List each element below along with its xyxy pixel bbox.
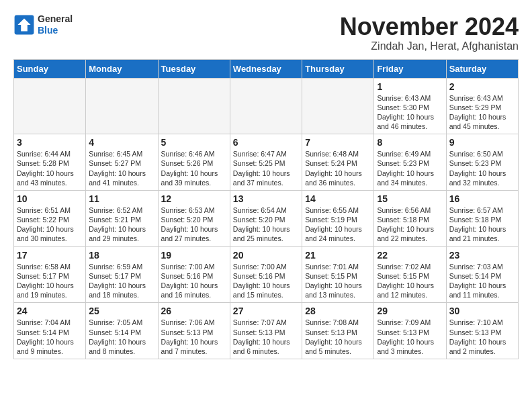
- calendar-cell: 17Sunrise: 6:58 AM Sunset: 5:17 PM Dayli…: [14, 246, 86, 303]
- cell-info: Sunrise: 6:59 AM Sunset: 5:17 PM Dayligh…: [89, 262, 154, 300]
- calendar-cell: 3Sunrise: 6:44 AM Sunset: 5:28 PM Daylig…: [14, 134, 86, 191]
- calendar-cell: 20Sunrise: 7:00 AM Sunset: 5:16 PM Dayli…: [230, 246, 302, 303]
- day-number: 8: [377, 137, 443, 148]
- title-area: November 2024 Zindah Jan, Herat, Afghani…: [340, 13, 519, 52]
- day-number: 11: [89, 193, 154, 204]
- calendar-cell: 25Sunrise: 7:05 AM Sunset: 5:14 PM Dayli…: [86, 303, 158, 359]
- day-number: 23: [449, 250, 515, 261]
- calendar-cell: [302, 78, 374, 134]
- cell-info: Sunrise: 7:05 AM Sunset: 5:14 PM Dayligh…: [89, 318, 154, 356]
- logo-general: General: [38, 13, 73, 24]
- day-number: 26: [161, 306, 227, 316]
- calendar-cell: 29Sunrise: 7:09 AM Sunset: 5:13 PM Dayli…: [374, 303, 446, 359]
- header-monday: Monday: [86, 59, 158, 78]
- cell-info: Sunrise: 6:58 AM Sunset: 5:17 PM Dayligh…: [17, 262, 83, 300]
- cell-info: Sunrise: 7:10 AM Sunset: 5:13 PM Dayligh…: [449, 318, 515, 356]
- day-number: 15: [377, 193, 443, 204]
- calendar-cell: 30Sunrise: 7:10 AM Sunset: 5:13 PM Dayli…: [446, 303, 518, 359]
- week-row-4: 17Sunrise: 6:58 AM Sunset: 5:17 PM Dayli…: [14, 246, 519, 303]
- cell-info: Sunrise: 6:54 AM Sunset: 5:20 PM Dayligh…: [233, 205, 299, 244]
- calendar-cell: 26Sunrise: 7:06 AM Sunset: 5:13 PM Dayli…: [158, 303, 230, 359]
- day-number: 24: [17, 306, 83, 316]
- cell-info: Sunrise: 6:45 AM Sunset: 5:27 PM Dayligh…: [89, 149, 154, 187]
- cell-info: Sunrise: 6:47 AM Sunset: 5:25 PM Dayligh…: [233, 149, 299, 187]
- day-number: 14: [305, 193, 371, 204]
- calendar-cell: 16Sunrise: 6:57 AM Sunset: 5:18 PM Dayli…: [446, 190, 518, 246]
- day-number: 22: [377, 250, 443, 261]
- cell-info: Sunrise: 6:57 AM Sunset: 5:18 PM Dayligh…: [449, 205, 515, 244]
- calendar-cell: 12Sunrise: 6:53 AM Sunset: 5:20 PM Dayli…: [158, 190, 230, 246]
- calendar-cell: 15Sunrise: 6:56 AM Sunset: 5:18 PM Dayli…: [374, 190, 446, 246]
- cell-info: Sunrise: 6:49 AM Sunset: 5:23 PM Dayligh…: [377, 149, 443, 187]
- cell-info: Sunrise: 6:55 AM Sunset: 5:19 PM Dayligh…: [305, 205, 371, 244]
- cell-info: Sunrise: 7:07 AM Sunset: 5:13 PM Dayligh…: [233, 318, 299, 356]
- cell-info: Sunrise: 7:03 AM Sunset: 5:14 PM Dayligh…: [449, 262, 515, 300]
- calendar-cell: 19Sunrise: 7:00 AM Sunset: 5:16 PM Dayli…: [158, 246, 230, 303]
- day-number: 4: [89, 137, 154, 148]
- day-number: 19: [161, 250, 227, 261]
- day-number: 18: [89, 250, 154, 261]
- logo-blue: Blue: [38, 25, 58, 36]
- cell-info: Sunrise: 7:06 AM Sunset: 5:13 PM Dayligh…: [161, 318, 227, 356]
- cell-info: Sunrise: 6:52 AM Sunset: 5:21 PM Dayligh…: [89, 205, 154, 244]
- cell-info: Sunrise: 6:50 AM Sunset: 5:23 PM Dayligh…: [449, 149, 515, 187]
- calendar-cell: 23Sunrise: 7:03 AM Sunset: 5:14 PM Dayli…: [446, 246, 518, 303]
- header-wednesday: Wednesday: [230, 59, 302, 78]
- calendar-cell: 27Sunrise: 7:07 AM Sunset: 5:13 PM Dayli…: [230, 303, 302, 359]
- day-number: 9: [449, 137, 515, 148]
- cell-info: Sunrise: 7:09 AM Sunset: 5:13 PM Dayligh…: [377, 318, 443, 356]
- cell-info: Sunrise: 6:46 AM Sunset: 5:26 PM Dayligh…: [161, 149, 227, 187]
- calendar-table: SundayMondayTuesdayWednesdayThursdayFrid…: [13, 59, 519, 359]
- calendar-cell: 4Sunrise: 6:45 AM Sunset: 5:27 PM Daylig…: [86, 134, 158, 191]
- header-friday: Friday: [374, 59, 446, 78]
- calendar-cell: 5Sunrise: 6:46 AM Sunset: 5:26 PM Daylig…: [158, 134, 230, 191]
- week-row-3: 10Sunrise: 6:51 AM Sunset: 5:22 PM Dayli…: [14, 190, 519, 246]
- calendar-cell: [158, 78, 230, 134]
- calendar-cell: 22Sunrise: 7:02 AM Sunset: 5:15 PM Dayli…: [374, 246, 446, 303]
- day-number: 12: [161, 193, 227, 204]
- header-row: SundayMondayTuesdayWednesdayThursdayFrid…: [14, 59, 519, 78]
- cell-info: Sunrise: 6:48 AM Sunset: 5:24 PM Dayligh…: [305, 149, 371, 187]
- calendar-cell: 6Sunrise: 6:47 AM Sunset: 5:25 PM Daylig…: [230, 134, 302, 191]
- day-number: 16: [449, 193, 515, 204]
- week-row-1: 1Sunrise: 6:43 AM Sunset: 5:30 PM Daylig…: [14, 78, 519, 134]
- cell-info: Sunrise: 6:43 AM Sunset: 5:29 PM Dayligh…: [449, 93, 515, 132]
- cell-info: Sunrise: 7:08 AM Sunset: 5:13 PM Dayligh…: [305, 318, 371, 356]
- calendar-cell: 11Sunrise: 6:52 AM Sunset: 5:21 PM Dayli…: [86, 190, 158, 246]
- location-title: Zindah Jan, Herat, Afghanistan: [340, 40, 519, 52]
- page-header: General Blue November 2024 Zindah Jan, H…: [13, 13, 519, 52]
- cell-info: Sunrise: 6:53 AM Sunset: 5:20 PM Dayligh…: [161, 205, 227, 244]
- day-number: 13: [233, 193, 299, 204]
- calendar-cell: 8Sunrise: 6:49 AM Sunset: 5:23 PM Daylig…: [374, 134, 446, 191]
- logo-icon: [13, 14, 35, 36]
- day-number: 17: [17, 250, 83, 261]
- calendar-cell: 21Sunrise: 7:01 AM Sunset: 5:15 PM Dayli…: [302, 246, 374, 303]
- calendar-cell: [14, 78, 86, 134]
- calendar-cell: 28Sunrise: 7:08 AM Sunset: 5:13 PM Dayli…: [302, 303, 374, 359]
- calendar-cell: [86, 78, 158, 134]
- calendar-cell: 7Sunrise: 6:48 AM Sunset: 5:24 PM Daylig…: [302, 134, 374, 191]
- day-number: 29: [377, 306, 443, 316]
- logo-text: General Blue: [38, 13, 73, 36]
- calendar-cell: 14Sunrise: 6:55 AM Sunset: 5:19 PM Dayli…: [302, 190, 374, 246]
- day-number: 2: [449, 81, 515, 92]
- month-title: November 2024: [340, 13, 519, 40]
- day-number: 25: [89, 306, 154, 316]
- cell-info: Sunrise: 7:01 AM Sunset: 5:15 PM Dayligh…: [305, 262, 371, 300]
- cell-info: Sunrise: 7:00 AM Sunset: 5:16 PM Dayligh…: [161, 262, 227, 300]
- calendar-cell: 2Sunrise: 6:43 AM Sunset: 5:29 PM Daylig…: [446, 78, 518, 134]
- cell-info: Sunrise: 7:04 AM Sunset: 5:14 PM Dayligh…: [17, 318, 83, 356]
- header-saturday: Saturday: [446, 59, 518, 78]
- day-number: 1: [377, 81, 443, 92]
- week-row-5: 24Sunrise: 7:04 AM Sunset: 5:14 PM Dayli…: [14, 303, 519, 359]
- header-tuesday: Tuesday: [158, 59, 230, 78]
- day-number: 20: [233, 250, 299, 261]
- day-number: 30: [449, 306, 515, 316]
- calendar-cell: 13Sunrise: 6:54 AM Sunset: 5:20 PM Dayli…: [230, 190, 302, 246]
- cell-info: Sunrise: 6:43 AM Sunset: 5:30 PM Dayligh…: [377, 93, 443, 132]
- day-number: 7: [305, 137, 371, 148]
- calendar-cell: 9Sunrise: 6:50 AM Sunset: 5:23 PM Daylig…: [446, 134, 518, 191]
- day-number: 27: [233, 306, 299, 316]
- week-row-2: 3Sunrise: 6:44 AM Sunset: 5:28 PM Daylig…: [14, 134, 519, 191]
- calendar-cell: 18Sunrise: 6:59 AM Sunset: 5:17 PM Dayli…: [86, 246, 158, 303]
